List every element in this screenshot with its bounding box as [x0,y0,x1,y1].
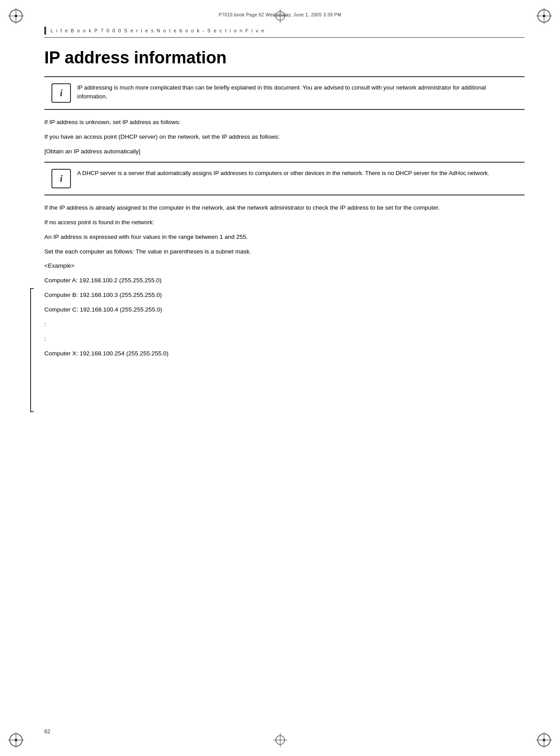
paragraph-colon-1: : [44,320,525,329]
paragraph-9: Computer A: 192.168.100.2 (255.255.255.0… [44,276,525,285]
paragraph-8: <Example> [44,261,525,271]
note-icon-2: i [51,169,71,188]
paragraph-10: Computer B: 192.168.100.3 (255.255.255.0… [44,291,525,300]
page-header: L i f e B o o k P 7 0 0 0 S e r i e s N … [44,27,525,38]
header-bar [44,27,46,35]
crosshair-bottom [272,732,288,748]
section-title: L i f e B o o k P 7 0 0 0 S e r i e s N … [51,28,265,33]
paragraph-6: An IP address is expressed with four val… [44,233,525,242]
paragraph-11: Computer C: 192.168.100.4 (255.255.255.0… [44,305,525,315]
paragraph-2: If you have an access point (DHCP server… [44,132,525,142]
paragraph-4: If the IP address is already assigned to… [44,203,525,213]
note-box-2: i A DHCP server is a server that automat… [44,162,525,195]
paragraph-7: Set the each computer as follows: The va… [44,247,525,257]
corner-mark-bl [8,732,24,748]
paragraph-1: If IP address is unknown, set IP address… [44,118,525,127]
corner-mark-tr [536,8,552,24]
margin-bracket [30,288,34,412]
page-number: 62 [44,729,50,735]
paragraph-3: [Obtain an IP address automatically] [44,147,525,156]
paragraph-colon-2: : [44,335,525,344]
page: P7010.book Page 62 Wednesday, June 1, 20… [0,0,560,756]
note-icon-1: i [51,83,71,103]
paragraph-13: Computer X: 192.168.100.254 (255.255.255… [44,349,525,359]
corner-mark-tl [8,8,24,24]
paragraph-5: If no access point is found in the netwo… [44,218,525,227]
note-text-2: A DHCP server is a server that automatic… [77,169,490,178]
book-ref-text: P7010.book Page 62 Wednesday, June 1, 20… [219,12,341,17]
note-text-1: IP addressing is much more complicated t… [77,83,517,101]
note-box-1: i IP addressing is much more complicated… [44,76,525,110]
corner-mark-br [536,732,552,748]
book-reference: P7010.book Page 62 Wednesday, June 1, 20… [219,12,341,17]
page-title: IP address information [44,48,525,67]
